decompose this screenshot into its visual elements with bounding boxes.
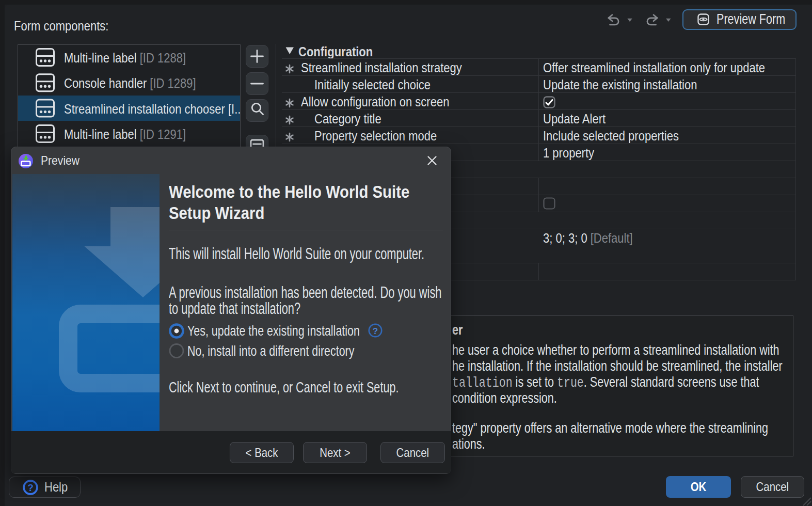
svg-text:?: ? bbox=[27, 482, 34, 493]
svg-text:?: ? bbox=[373, 326, 378, 336]
